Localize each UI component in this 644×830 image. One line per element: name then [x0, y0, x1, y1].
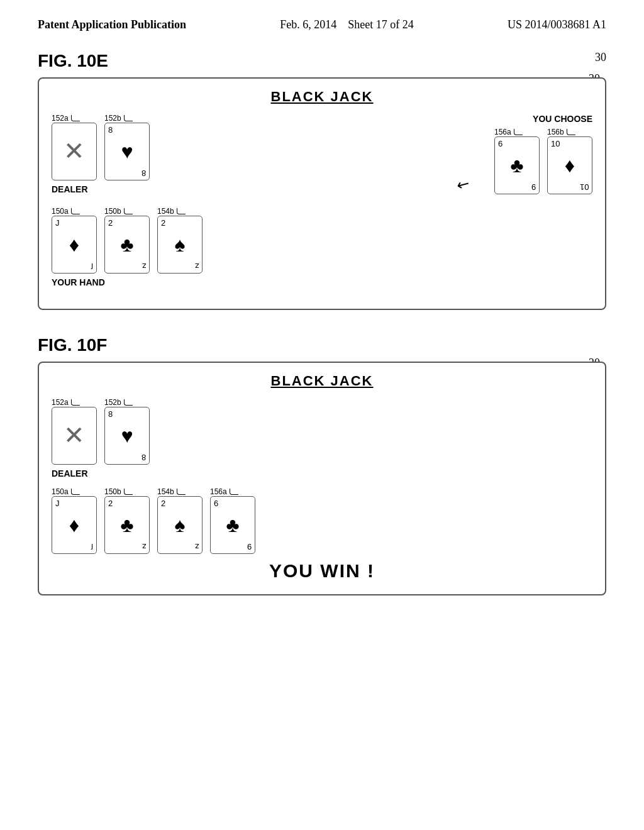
ref-150b-f: 150b [104, 487, 121, 496]
ref-150b: 150b [104, 207, 121, 216]
fig10e-player-card3: 2 ♠ z [157, 216, 203, 274]
fig10e-player-card-154b: 154b 2 ♠ z [157, 207, 203, 274]
header-date: Feb. 6, 2014 [280, 18, 336, 31]
fig10e-choose-card1: 6 ♣ 9 [494, 136, 540, 194]
figure-10f: FIG. 10F 30 BLACK JACK 152a [38, 335, 606, 595]
fig10e-choose-card-156a: 156a 6 ♣ 9 [494, 128, 540, 194]
fig10f-dealer-card1: ✕ [52, 407, 97, 465]
ref-156a-f: 156a [210, 487, 227, 496]
fig10e-player-area: 150a J ♦ ſ 150b [52, 207, 592, 287]
figure-10e: FIG. 10E 30 30 BLACK JACK 152a [38, 51, 606, 310]
fig10f-you-win: YOU WIN ! [52, 560, 592, 582]
fig10f-dealer-card2: 8 ♥ 8 [104, 407, 150, 465]
fig10e-choose-card2: 10 ♦ 01 [547, 136, 592, 194]
ref-154b: 154b [157, 207, 174, 216]
fig10e-dealer-area: 152a ✕ 152b [52, 114, 150, 203]
page-header: Patent Application Publication Feb. 6, 2… [0, 0, 644, 32]
ref-150a: 150a [52, 207, 69, 216]
fig10e-you-choose-label: YOU CHOOSE [494, 114, 592, 124]
patent-number: US 2014/0038681 A1 [508, 18, 606, 32]
fig10f-player-card4: 6 ♣ 9 [210, 496, 255, 554]
fig10f-player-card-150a: 150a J ♦ ſ [52, 487, 97, 554]
fig10f-player-area: 150a J ♦ ſ 150b [52, 487, 592, 554]
fig10e-dealer-label: DEALER [52, 184, 150, 194]
ref-152a: 152a [52, 114, 69, 123]
figure-10e-label: FIG. 10E [38, 51, 108, 71]
fig10f-dealer-card-152a: 152a ✕ [52, 398, 97, 465]
ref-156a: 156a [494, 128, 511, 136]
fig10f-dealer-area: 152a ✕ 152b [52, 398, 592, 479]
fig10e-choose-card-156b: 156b 10 ♦ 01 [547, 128, 592, 194]
fig10e-player-card-150b: 150b 2 ♣ z [104, 207, 150, 274]
fig10f-player-card3: 2 ♠ z [157, 496, 203, 554]
ref-154b-f: 154b [157, 487, 174, 496]
fig10f-player-card2: 2 ♣ z [104, 496, 150, 554]
header-sheet: Sheet 17 of 24 [348, 18, 413, 31]
fig10f-screen: BLACK JACK 152a ✕ [38, 362, 606, 595]
fig10e-dealer-card-152b: 152b 8 ♥ 8 [104, 114, 150, 180]
ref-150a-f: 150a [52, 487, 69, 496]
fig10f-dealer-card-152b: 152b 8 ♥ 8 [104, 398, 150, 465]
fig10e-dealer-card2: 8 ♥ 8 [104, 123, 150, 180]
ref-152a-f: 152a [52, 398, 69, 407]
fig10f-dealer-label: DEALER [52, 468, 592, 479]
fig10e-choose-area: YOU CHOOSE 156a 6 ♣ [494, 114, 592, 203]
figure-10f-label: FIG. 10F [38, 335, 107, 355]
fig10e-screen: BLACK JACK 152a [38, 77, 606, 310]
fig10e-dealer-card1: ✕ [52, 123, 97, 180]
ref-152b: 152b [104, 114, 121, 123]
ref-156b: 156b [547, 128, 564, 136]
figure-10e-badge: 30 [595, 51, 606, 64]
fig10e-title: BLACK JACK [52, 89, 592, 105]
fig10f-player-card-154b: 154b 2 ♠ z [157, 487, 203, 554]
fig10e-player-label: YOUR HAND [52, 277, 592, 287]
fig10f-player-card-156a: 156a 6 ♣ 9 [210, 487, 255, 554]
fig10f-player-card1: J ♦ ſ [52, 496, 97, 554]
ref-152b-f: 152b [104, 398, 121, 407]
fig10e-player-card1: J ♦ ſ [52, 216, 97, 274]
fig10e-player-card-150a: 150a J ♦ ſ [52, 207, 97, 274]
page-content: FIG. 10E 30 30 BLACK JACK 152a [0, 32, 644, 639]
header-date-sheet: Feb. 6, 2014 Sheet 17 of 24 [280, 18, 413, 32]
publication-title: Patent Application Publication [38, 18, 186, 32]
fig10f-player-card-150b: 150b 2 ♣ z [104, 487, 150, 554]
fig10e-player-card2: 2 ♣ z [104, 216, 150, 274]
fig10f-title: BLACK JACK [52, 373, 592, 389]
fig10e-dealer-card-152a: 152a ✕ [52, 114, 97, 180]
